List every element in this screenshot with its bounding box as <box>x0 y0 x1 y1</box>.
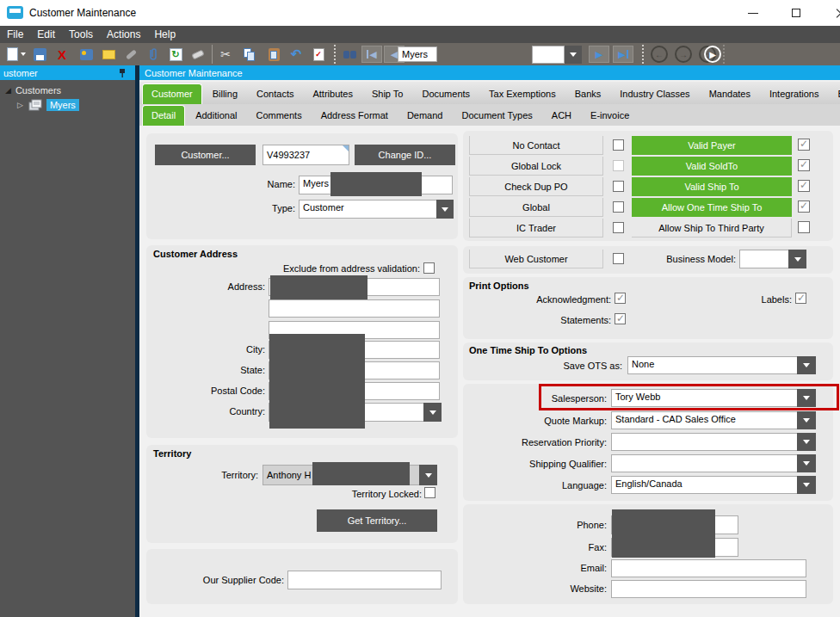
tab-industry-classes[interactable]: Industry Classes <box>611 84 698 104</box>
email-field[interactable] <box>611 559 806 577</box>
tab-address-format[interactable]: Address Format <box>312 106 397 126</box>
our-supplier-code-label: Our Supplier Code: <box>181 575 284 585</box>
menu-actions[interactable]: Actions <box>100 28 147 40</box>
tab-contacts[interactable]: Contacts <box>248 84 302 104</box>
refresh-icon[interactable]: ↻ <box>167 46 184 63</box>
website-field[interactable] <box>611 580 806 598</box>
maximize-button[interactable] <box>783 3 809 22</box>
search-icon[interactable] <box>341 46 358 63</box>
menu-edit[interactable]: Edit <box>30 28 62 40</box>
salesperson-combobox[interactable]: Tory Webb <box>611 389 798 407</box>
language-combobox[interactable]: English/Canada <box>611 476 798 494</box>
undo-icon[interactable]: ↶ <box>287 46 305 63</box>
delete-icon[interactable]: X <box>53 46 71 63</box>
shipping-qualifier-dropdown-icon[interactable] <box>797 454 816 472</box>
allow-third-party-checkbox[interactable] <box>798 221 810 233</box>
new-record-icon[interactable] <box>3 46 21 63</box>
first-record-button[interactable]: ◀ <box>361 46 382 63</box>
type-dropdown-icon[interactable] <box>436 200 454 219</box>
tab-mandates[interactable]: Mandates <box>701 84 759 104</box>
valid-ship-to-checkbox[interactable] <box>798 180 810 192</box>
salesperson-dropdown-icon[interactable] <box>797 389 816 407</box>
global-lock-checkbox[interactable] <box>613 160 624 171</box>
run-icon[interactable]: ▶ <box>704 46 721 63</box>
tab-comments[interactable]: Comments <box>247 106 310 126</box>
tab-detail[interactable]: Detail <box>142 105 185 126</box>
next-record-button[interactable]: ▶ <box>589 46 609 63</box>
address-line2-field[interactable] <box>269 299 440 318</box>
reservation-priority-dropdown-icon[interactable] <box>797 433 816 451</box>
tab-ship-to[interactable]: Ship To <box>363 84 412 104</box>
territory-dropdown-icon[interactable] <box>419 465 437 485</box>
tab-attributes[interactable]: Attributes <box>304 84 361 104</box>
change-id-button[interactable]: Change ID... <box>355 145 455 165</box>
tab-business-categories[interactable]: Business Catego <box>829 84 840 104</box>
customer-search-button[interactable]: Customer... <box>155 145 256 165</box>
business-model-dropdown-icon[interactable] <box>788 250 806 268</box>
tab-additional[interactable]: Additional <box>187 106 245 126</box>
record-count-combobox[interactable] <box>532 46 565 64</box>
record-count-dropdown-icon[interactable] <box>565 46 582 64</box>
minimize-button[interactable] <box>740 3 766 22</box>
tab-documents[interactable]: Documents <box>413 84 479 104</box>
tab-billing[interactable]: Billing <box>204 84 246 104</box>
navigate-forward-icon[interactable]: → <box>675 46 692 63</box>
tab-demand[interactable]: Demand <box>398 106 452 126</box>
our-supplier-code-field[interactable] <box>287 571 442 589</box>
close-button[interactable] <box>828 3 840 22</box>
record-name-box[interactable]: Myers <box>398 46 437 62</box>
last-record-button[interactable]: ▶ <box>613 46 633 63</box>
menu-help[interactable]: Help <box>147 28 182 40</box>
shipping-qualifier-combobox[interactable] <box>611 454 798 472</box>
ic-trader-checkbox[interactable] <box>613 222 624 233</box>
address-book-icon[interactable] <box>77 46 95 63</box>
memo-icon[interactable] <box>100 46 117 63</box>
territory-locked-checkbox[interactable] <box>424 487 435 498</box>
tab-ach[interactable]: ACH <box>543 106 580 126</box>
reservation-priority-combobox[interactable] <box>611 433 798 451</box>
web-customer-checkbox[interactable] <box>613 253 624 264</box>
language-dropdown-icon[interactable] <box>797 476 816 494</box>
pin-icon[interactable] <box>118 68 127 78</box>
tab-banks[interactable]: Banks <box>566 84 610 104</box>
valid-soldto-checkbox[interactable] <box>798 159 810 171</box>
save-ots-dropdown-icon[interactable] <box>797 356 816 374</box>
global-checkbox[interactable] <box>613 201 624 213</box>
labels-checkbox[interactable] <box>795 293 806 304</box>
save-ots-combobox[interactable]: None <box>627 356 798 374</box>
quote-markup-combobox[interactable]: Standard - CAD Sales Office <box>611 411 798 429</box>
tree-node-myers[interactable]: ▷ Myers <box>17 99 79 111</box>
customer-id-field[interactable]: V4993237 <box>262 145 349 165</box>
new-record-dropdown-icon[interactable] <box>19 46 28 63</box>
tab-tax-exemptions[interactable]: Tax Exemptions <box>480 84 565 104</box>
tree-expanded-icon[interactable]: ◢ <box>5 86 11 95</box>
allow-ots-checkbox[interactable] <box>798 201 810 213</box>
phone-icon[interactable] <box>122 46 139 63</box>
acknowledgment-checkbox[interactable] <box>615 293 626 304</box>
save-icon[interactable] <box>31 46 48 63</box>
valid-payer-checkbox[interactable] <box>798 139 810 151</box>
cut-icon[interactable]: ✂ <box>217 46 234 63</box>
type-combobox[interactable]: Customer <box>299 200 454 219</box>
quote-markup-dropdown-icon[interactable] <box>797 411 816 429</box>
tree-collapsed-icon[interactable]: ▷ <box>17 101 23 109</box>
get-territory-button[interactable]: Get Territory... <box>317 509 437 532</box>
tree-node-customers[interactable]: ◢ Customers <box>5 85 61 96</box>
tab-e-invoice[interactable]: E-invoice <box>582 106 638 126</box>
country-dropdown-icon[interactable] <box>423 403 442 422</box>
copy-icon[interactable] <box>241 46 258 63</box>
menu-file[interactable]: File <box>0 28 30 40</box>
exclude-validation-checkbox[interactable] <box>423 262 435 274</box>
tasks-icon[interactable]: ✓ <box>310 46 327 63</box>
statements-checkbox[interactable] <box>615 313 626 324</box>
no-contact-checkbox[interactable] <box>613 139 624 151</box>
attachment-icon[interactable] <box>145 46 162 63</box>
menu-tools[interactable]: Tools <box>62 28 100 40</box>
paste-icon[interactable] <box>265 46 282 63</box>
check-dup-po-checkbox[interactable] <box>613 181 624 192</box>
tab-document-types[interactable]: Document Types <box>453 106 540 126</box>
clear-icon[interactable] <box>189 46 207 63</box>
tab-integrations[interactable]: Integrations <box>761 84 827 104</box>
tab-customer[interactable]: Customer <box>142 83 202 104</box>
navigate-back-icon[interactable]: ← <box>651 46 668 63</box>
